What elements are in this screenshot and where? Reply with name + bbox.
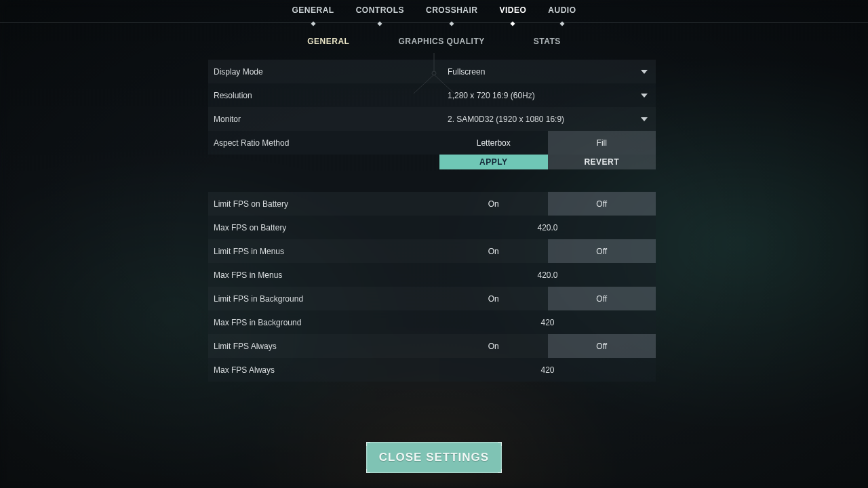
label-limit-fps-always: Limit FPS Always — [208, 342, 439, 351]
subtab-general[interactable]: GENERAL — [307, 37, 349, 46]
toggle-limit-fps-always-off[interactable]: Off — [548, 334, 656, 358]
label-max-fps-menus: Max FPS in Menus — [208, 270, 439, 280]
dropdown-resolution[interactable]: 1,280 x 720 16:9 (60Hz) — [439, 83, 656, 107]
value-max-fps-battery[interactable]: 420.0 — [439, 216, 656, 239]
subtab-graphics-quality[interactable]: GRAPHICS QUALITY — [398, 37, 484, 46]
toggle-limit-fps-always-on[interactable]: On — [439, 334, 548, 358]
value-max-fps-always[interactable]: 420 — [439, 358, 656, 382]
label-max-fps-battery: Max FPS on Battery — [208, 223, 439, 232]
value-max-fps-menus[interactable]: 420.0 — [439, 263, 656, 287]
tab-video[interactable]: VIDEO — [500, 5, 527, 23]
label-limit-fps-background: Limit FPS in Background — [208, 294, 439, 304]
label-resolution: Resolution — [208, 91, 439, 100]
settings-panel: Display Mode Fullscreen Resolution 1,280… — [208, 60, 656, 382]
row-max-fps-menus: Max FPS in Menus 420.0 — [208, 263, 656, 287]
main-tabs: GENERAL CONTROLS CROSSHAIR VIDEO AUDIO — [0, 0, 868, 23]
row-max-fps-always: Max FPS Always 420 — [208, 358, 656, 382]
row-apply-revert: APPLY REVERT — [208, 155, 656, 169]
subtab-stats[interactable]: STATS — [534, 37, 561, 46]
tab-crosshair[interactable]: CROSSHAIR — [426, 5, 478, 23]
chevron-down-icon — [641, 117, 648, 121]
tab-general[interactable]: GENERAL — [292, 5, 334, 23]
chevron-down-icon — [641, 70, 648, 74]
tab-controls[interactable]: CONTROLS — [356, 5, 404, 23]
toggle-limit-fps-battery-off[interactable]: Off — [548, 192, 656, 216]
dropdown-display-mode-value: Fullscreen — [448, 67, 485, 77]
label-max-fps-always: Max FPS Always — [208, 365, 439, 375]
toggle-aspect-letterbox[interactable]: Letterbox — [439, 131, 548, 155]
close-settings-button[interactable]: CLOSE SETTINGS — [366, 442, 502, 473]
chevron-down-icon — [641, 94, 648, 98]
row-aspect-ratio: Aspect Ratio Method Letterbox Fill — [208, 131, 656, 155]
sub-tabs: GENERAL GRAPHICS QUALITY STATS — [0, 31, 868, 52]
dropdown-monitor[interactable]: 2. SAM0D32 (1920 x 1080 16:9) — [439, 107, 656, 131]
label-monitor: Monitor — [208, 115, 439, 124]
label-aspect-ratio: Aspect Ratio Method — [208, 138, 439, 148]
toggle-aspect-fill[interactable]: Fill — [548, 131, 656, 155]
row-max-fps-background: Max FPS in Background 420 — [208, 310, 656, 334]
value-max-fps-background[interactable]: 420 — [439, 310, 656, 334]
dropdown-display-mode[interactable]: Fullscreen — [439, 60, 656, 83]
row-max-fps-battery: Max FPS on Battery 420.0 — [208, 216, 656, 239]
label-limit-fps-battery: Limit FPS on Battery — [208, 199, 439, 209]
toggle-limit-fps-menus-off[interactable]: Off — [548, 239, 656, 263]
apply-button[interactable]: APPLY — [439, 155, 548, 169]
label-display-mode: Display Mode — [208, 67, 439, 77]
row-limit-fps-background: Limit FPS in Background On Off — [208, 287, 656, 310]
close-settings-label: CLOSE SETTINGS — [379, 451, 489, 464]
label-max-fps-background: Max FPS in Background — [208, 318, 439, 327]
row-limit-fps-always: Limit FPS Always On Off — [208, 334, 656, 358]
row-limit-fps-menus: Limit FPS in Menus On Off — [208, 239, 656, 263]
dropdown-resolution-value: 1,280 x 720 16:9 (60Hz) — [448, 91, 535, 100]
label-limit-fps-menus: Limit FPS in Menus — [208, 247, 439, 256]
toggle-limit-fps-background-on[interactable]: On — [439, 287, 548, 310]
dropdown-monitor-value: 2. SAM0D32 (1920 x 1080 16:9) — [448, 115, 564, 124]
row-display-mode: Display Mode Fullscreen — [208, 60, 656, 83]
toggle-limit-fps-menus-on[interactable]: On — [439, 239, 548, 263]
row-limit-fps-battery: Limit FPS on Battery On Off — [208, 192, 656, 216]
row-resolution: Resolution 1,280 x 720 16:9 (60Hz) — [208, 83, 656, 107]
row-monitor: Monitor 2. SAM0D32 (1920 x 1080 16:9) — [208, 107, 656, 131]
tab-audio[interactable]: AUDIO — [548, 5, 576, 23]
toggle-limit-fps-background-off[interactable]: Off — [548, 287, 656, 310]
revert-button[interactable]: REVERT — [548, 155, 656, 169]
toggle-limit-fps-battery-on[interactable]: On — [439, 192, 548, 216]
